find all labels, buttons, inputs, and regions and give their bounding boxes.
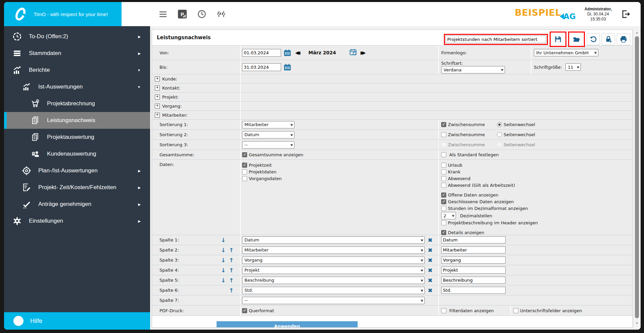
- sidebar-item-kundenauswertung[interactable]: Kundenauswertung: [4, 146, 150, 162]
- move-up-icon[interactable]: ↑: [229, 247, 234, 254]
- abwesend-arbeitszeit-checkbox[interactable]: [441, 183, 446, 188]
- bis-date-input[interactable]: [242, 63, 281, 71]
- scrollbar-thumb[interactable]: [635, 36, 639, 318]
- move-up-icon[interactable]: ↑: [229, 267, 234, 274]
- projektdaten-checkbox[interactable]: [242, 169, 247, 174]
- sortierung-2-select[interactable]: Datum ∨: [242, 131, 294, 138]
- expand-plus-icon[interactable]: +: [155, 95, 160, 100]
- sidebar-item-projektauswertung[interactable]: Projektauswertung: [4, 129, 150, 146]
- sidebar-item-einstellungen[interactable]: Einstellungen ▶: [4, 213, 150, 229]
- clear-column-icon[interactable]: ✖: [428, 267, 432, 274]
- unterschriftsfelder-checkbox[interactable]: [513, 308, 518, 313]
- move-down-icon[interactable]: ↓: [221, 237, 226, 243]
- menu-hamburger-icon[interactable]: [158, 9, 168, 19]
- spalte-7-select[interactable]: -- ∨: [242, 297, 425, 304]
- vorgang-value-cell[interactable]: [240, 102, 632, 110]
- clear-column-icon[interactable]: ✖: [428, 257, 432, 264]
- von-date-input[interactable]: [242, 49, 281, 57]
- als-standard-checkbox[interactable]: [441, 152, 446, 157]
- sidebar-item-berichte[interactable]: Berichte ▼: [4, 62, 150, 78]
- move-up-icon[interactable]: ↑: [229, 277, 234, 284]
- move-down-icon[interactable]: ↓: [221, 257, 226, 264]
- apply-button[interactable]: Anwenden: [217, 321, 358, 328]
- zwischensumme-checkbox[interactable]: [441, 122, 446, 127]
- move-up-icon[interactable]: ↑: [229, 257, 234, 264]
- spalte-6-title-input[interactable]: [441, 287, 506, 294]
- sidebar-item-leistungsnachweis[interactable]: Leistungsnachweis: [4, 112, 150, 129]
- spalte-2-title-input[interactable]: [441, 246, 506, 254]
- abwesend-checkbox[interactable]: [441, 176, 446, 181]
- seitenwechsel-radio[interactable]: [497, 122, 502, 127]
- calendar-icon[interactable]: [284, 49, 291, 56]
- filterdaten-checkbox[interactable]: [441, 308, 446, 313]
- seitenwechsel-radio[interactable]: [497, 142, 502, 147]
- calendar-refresh-icon[interactable]: [350, 49, 357, 56]
- expand-plus-icon[interactable]: +: [155, 86, 160, 91]
- previous-month-icon[interactable]: ◀◀: [295, 50, 301, 55]
- expand-plus-icon[interactable]: +: [155, 113, 160, 118]
- dezimalstellen-select[interactable]: 2 ∨: [441, 212, 456, 219]
- spalte-5-title-input[interactable]: [441, 277, 506, 284]
- querformat-checkbox[interactable]: [242, 308, 247, 313]
- spalte-3-select[interactable]: Vorgang ∨: [242, 257, 425, 264]
- sidebar-item-projekt-zeit[interactable]: Projekt- Zeit/Kosten/Fehlzeiten ▶: [4, 179, 150, 196]
- expand-plus-icon[interactable]: +: [155, 104, 160, 109]
- clear-column-icon[interactable]: ✖: [428, 277, 432, 284]
- clear-column-icon[interactable]: ✖: [428, 247, 432, 254]
- spalte-1-title-input[interactable]: [441, 236, 506, 243]
- spalte-5-select[interactable]: Beschreibung ∨: [242, 277, 425, 284]
- move-down-icon[interactable]: ↓: [221, 277, 226, 284]
- report-name-input[interactable]: [446, 36, 546, 43]
- open-folder-button[interactable]: [570, 33, 583, 45]
- geschlossene-daten-checkbox[interactable]: [441, 199, 446, 204]
- calendar-icon[interactable]: [284, 64, 291, 71]
- kunde-value-cell[interactable]: [240, 74, 632, 83]
- next-month-icon[interactable]: ▶▶: [361, 50, 366, 55]
- spalte-1-select[interactable]: Datum ∨: [242, 236, 425, 244]
- barrier-icon[interactable]: [216, 9, 226, 19]
- sidebar-item-projektabrechnung[interactable]: $ Projektabrechnung: [4, 95, 150, 112]
- seitenwechsel-radio[interactable]: [497, 132, 502, 137]
- projekt-value-cell[interactable]: [240, 93, 632, 101]
- sidebar-item-ist-auswertungen[interactable]: Ist-Auswertungen ▼: [4, 78, 150, 95]
- expand-plus-icon[interactable]: +: [155, 76, 160, 81]
- schriftgroesse-select[interactable]: 11 ∨: [565, 63, 581, 71]
- move-up-icon[interactable]: ↑: [229, 287, 234, 294]
- save-button[interactable]: [551, 33, 565, 45]
- schriftart-select[interactable]: Verdana ∨: [441, 66, 505, 73]
- clock-icon[interactable]: [197, 9, 207, 19]
- vorgangsdaten-checkbox[interactable]: [242, 176, 247, 181]
- clear-column-icon[interactable]: ✖: [428, 287, 432, 294]
- print-button[interactable]: [617, 33, 630, 45]
- zwischensumme-checkbox[interactable]: [441, 132, 446, 137]
- sidebar-item-antraege[interactable]: Anträge genehmigen ▶: [4, 196, 150, 213]
- vertical-scrollbar[interactable]: ▲ ▼: [634, 30, 640, 329]
- projektzeit-checkbox[interactable]: [242, 163, 247, 168]
- undo-button[interactable]: [587, 33, 600, 45]
- gesamtsumme-checkbox[interactable]: [242, 152, 247, 157]
- mitarbeiter-value-cell[interactable]: [240, 111, 632, 119]
- zwischensumme-checkbox[interactable]: [441, 142, 446, 147]
- spalte-4-select[interactable]: Projekt ∨: [242, 267, 425, 274]
- details-checkbox[interactable]: [441, 230, 446, 235]
- spalte-3-title-input[interactable]: [441, 257, 506, 264]
- sidebar-item-todo[interactable]: To-Do (Offen:2) ▶: [4, 28, 150, 45]
- kontakt-value-cell[interactable]: [240, 84, 632, 92]
- clear-column-icon[interactable]: ✖: [428, 237, 432, 243]
- move-down-icon[interactable]: ↓: [221, 267, 226, 274]
- firmenlogo-select[interactable]: Ihr Unternehmen GmbH ∨: [534, 49, 598, 56]
- sortierung-1-select[interactable]: Mitarbeiter ∨: [242, 121, 294, 128]
- spalte-4-title-input[interactable]: [441, 267, 506, 274]
- spalte-2-select[interactable]: Mitarbeiter ∨: [242, 246, 425, 254]
- logout-icon[interactable]: [620, 9, 631, 19]
- offene-daten-checkbox[interactable]: [441, 192, 446, 198]
- spalte-6-select[interactable]: Std. ∨: [242, 287, 425, 294]
- krank-checkbox[interactable]: [441, 169, 446, 174]
- lock-button[interactable]: [602, 33, 615, 45]
- projektbeschreibung-checkbox[interactable]: [441, 220, 446, 225]
- sidebar-item-stammdaten[interactable]: Stammdaten ▶: [4, 45, 150, 62]
- sidebar-item-plan-ist[interactable]: Plan-/Ist-Auswertungen ▶: [4, 162, 150, 179]
- move-down-icon[interactable]: ↓: [221, 247, 226, 254]
- sortierung-3-select[interactable]: -- ∨: [242, 141, 294, 149]
- dezimalformat-checkbox[interactable]: [441, 206, 446, 211]
